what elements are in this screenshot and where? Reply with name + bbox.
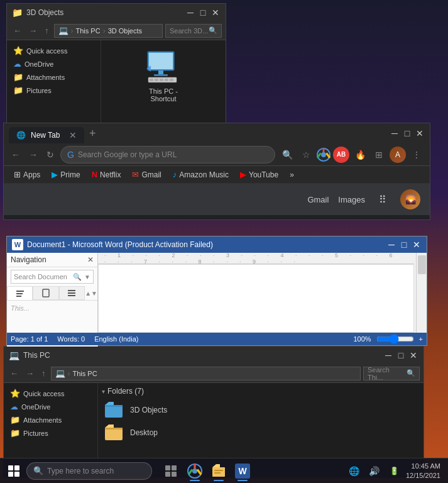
taskbar-word-button[interactable]: W xyxy=(231,460,254,482)
nav-search-box[interactable]: Search Documen 🔍 ▼ xyxy=(11,270,94,284)
browser-address-bar[interactable]: G Search Google or type a URL xyxy=(60,146,275,164)
folders-header-label: Folders (7) xyxy=(107,387,144,396)
search-icon[interactable]: 🔍 xyxy=(279,147,295,163)
nav-tab-results[interactable] xyxy=(59,286,85,300)
apps-grid-icon: ⊞ xyxy=(14,170,21,179)
nav-panel-close-button[interactable]: ✕ xyxy=(87,255,94,264)
folder-icon: 📁 xyxy=(10,428,20,438)
nav-tabs-up-button[interactable]: ▲ xyxy=(85,286,91,300)
clock-time: 10:45 AM xyxy=(406,462,440,470)
nav-search-dropdown[interactable]: ▼ xyxy=(84,274,90,280)
google-user-avatar[interactable]: 🌄 xyxy=(400,189,420,209)
minimize-button[interactable]: ─ xyxy=(185,8,195,18)
sidebar-bottom-onedrive[interactable]: ☁ OneDrive xyxy=(4,400,97,413)
nav-tab-pages[interactable] xyxy=(33,286,58,300)
bookmark-amazon-music[interactable]: ♪ Amazon Music xyxy=(168,168,234,181)
browser-tab-newtab[interactable]: 🌐 New Tab ✕ xyxy=(9,127,84,143)
search-icon: 🔍 xyxy=(209,26,217,35)
sidebar-item-attachments[interactable]: 📁 Attachments xyxy=(7,70,101,84)
3d-objects-item[interactable]: This PC -Shortcut xyxy=(145,50,182,103)
svg-rect-18 xyxy=(16,296,21,297)
bookmark-more[interactable]: » xyxy=(285,169,299,181)
bookmark-prime[interactable]: ▶ Prime xyxy=(46,168,85,181)
word-close-button[interactable]: ✕ xyxy=(412,240,422,250)
taskbar-system-tray: 🌐 🔊 🔋 10:45 AM 12/15/2021 xyxy=(346,462,444,480)
taskbar-task-view-button[interactable] xyxy=(160,460,182,482)
sidebar-item-onedrive[interactable]: ☁ OneDrive xyxy=(7,57,101,70)
browser-close-button[interactable]: ✕ xyxy=(415,128,425,138)
address-sep2: › xyxy=(103,26,106,35)
zoom-slider[interactable] xyxy=(376,334,414,344)
forward-button[interactable]: → xyxy=(26,25,40,36)
browser-back-button[interactable]: ← xyxy=(9,148,23,161)
images-link[interactable]: Images xyxy=(338,195,365,204)
gmail-link[interactable]: Gmail xyxy=(307,195,329,204)
address-sep1: › xyxy=(71,26,74,35)
bookmark-star-icon[interactable]: ☆ xyxy=(298,147,314,163)
sidebar-bottom-pictures[interactable]: 📁 Pictures xyxy=(4,426,97,440)
browser-reload-button[interactable]: ↻ xyxy=(44,148,57,161)
explorer-bottom-search-box[interactable]: Search Thi... 🔍 xyxy=(363,367,420,380)
explorer-top-content: ⭐ Quick access ☁ OneDrive 📁 Attachments … xyxy=(7,40,226,125)
browser-forward-button[interactable]: → xyxy=(26,148,40,161)
chrome-taskbar-icon xyxy=(187,464,202,479)
word-taskbar-icon: W xyxy=(235,464,250,479)
sidebar-item-pictures[interactable]: 📁 Pictures xyxy=(7,84,101,97)
explorer-bottom-address-bar[interactable]: 💻 › This PC xyxy=(51,367,361,380)
taskbar-chrome-button[interactable] xyxy=(183,460,206,482)
start-button[interactable] xyxy=(4,461,24,481)
tab-close-button[interactable]: ✕ xyxy=(69,130,77,140)
bookmark-youtube[interactable]: ▶ YouTube xyxy=(235,168,283,181)
bookmark-netflix[interactable]: N Netflix xyxy=(87,168,126,181)
adblock-icon[interactable]: AB xyxy=(333,147,349,163)
explorer-bottom-maximize-button[interactable]: □ xyxy=(396,350,406,360)
close-button[interactable]: ✕ xyxy=(210,8,221,18)
sidebar-item-quick-access[interactable]: ⭐ Quick access xyxy=(7,44,101,57)
network-icon[interactable]: 🌐 xyxy=(346,462,363,480)
folder-item-desktop[interactable]: Desktop xyxy=(102,421,420,444)
new-tab-button[interactable]: + xyxy=(84,127,101,140)
taskbar-file-explorer-button[interactable] xyxy=(207,460,230,482)
up-button[interactable]: ↑ xyxy=(42,25,52,36)
sidebar-label-pictures: Pictures xyxy=(26,87,52,94)
explorer-search-box[interactable]: Search 3D... 🔍 xyxy=(165,24,222,38)
folder-item-3d-objects[interactable]: 3D Objects xyxy=(102,399,420,421)
user-avatar[interactable]: A xyxy=(390,147,406,163)
back-button[interactable]: ← xyxy=(11,25,24,36)
folder-icon-3d xyxy=(105,401,125,419)
battery-icon[interactable]: 🔋 xyxy=(386,462,403,480)
word-minimize-button[interactable]: ─ xyxy=(386,240,396,250)
ruler-content: · 1 · · · 2 · · · 3 · · · 4 · · · 5 · · … xyxy=(104,253,408,264)
explorer-main-area: This PC -Shortcut xyxy=(101,40,226,125)
sidebar-bottom-attachments[interactable]: 📁 Attachments xyxy=(4,413,97,426)
extension-icon[interactable]: 🔥 xyxy=(352,147,368,163)
system-clock[interactable]: 10:45 AM 12/15/2021 xyxy=(406,462,440,480)
browser-menu-button[interactable]: ⋮ xyxy=(408,147,425,163)
clock-date: 12/15/2021 xyxy=(406,471,440,480)
taskbar-search-box[interactable]: 🔍 Type here to search xyxy=(26,462,152,480)
maximize-button[interactable]: □ xyxy=(198,8,208,18)
explorer-bottom-close-button[interactable]: ✕ xyxy=(408,350,418,360)
address-bar[interactable]: 💻 › This PC › 3D Objects xyxy=(54,24,163,38)
word-scrollbar-vertical[interactable] xyxy=(416,253,427,333)
browser-maximize-button[interactable]: □ xyxy=(402,128,412,138)
bookmark-gmail[interactable]: ✉ Gmail xyxy=(127,168,166,181)
google-apps-button[interactable]: ⠿ xyxy=(374,191,391,208)
sidebar-bottom-quick-access[interactable]: ⭐ Quick access xyxy=(4,387,97,400)
browser-minimize-button[interactable]: ─ xyxy=(390,128,400,138)
explorer-bottom-minimize-button[interactable]: ─ xyxy=(383,350,393,360)
svg-rect-1 xyxy=(149,53,173,69)
svg-rect-37 xyxy=(214,470,223,471)
explorer-bottom-back-button[interactable]: ← xyxy=(8,367,21,379)
word-maximize-button[interactable]: □ xyxy=(399,240,409,250)
extensions-btn[interactable]: ⊞ xyxy=(371,147,387,163)
volume-icon[interactable]: 🔊 xyxy=(366,462,383,480)
folder-label-3d-objects: 3D Objects xyxy=(130,406,167,414)
explorer-bottom-up-button[interactable]: ↑ xyxy=(39,367,48,379)
bookmark-apps[interactable]: ⊞ Apps xyxy=(9,168,45,181)
explorer-bottom-forward-button[interactable]: → xyxy=(23,367,36,379)
zoom-in-button[interactable]: + xyxy=(419,335,423,343)
nav-tab-headings[interactable] xyxy=(7,286,33,300)
word-document-area[interactable] xyxy=(98,264,414,333)
nav-tabs-down-button[interactable]: ▼ xyxy=(91,286,97,300)
